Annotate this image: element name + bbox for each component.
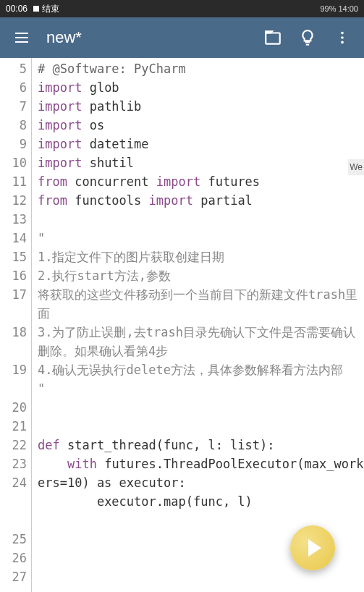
line-number: 6 (0, 78, 27, 97)
code-content[interactable]: # @Software: PyCharmimport globimport pa… (32, 58, 364, 592)
line-number: 14 (0, 229, 27, 248)
line-number: 13 (0, 210, 27, 229)
line-number: 18 (0, 323, 27, 360)
code-line[interactable]: import datetime (38, 135, 364, 153)
code-line[interactable]: import glob (38, 78, 364, 97)
line-number: 15 (0, 248, 27, 266)
line-number: 23 (0, 454, 27, 473)
code-line[interactable]: 3.为了防止误删,去trash目录先确认下文件是否需要确认删除。如果确认看第4步 (38, 323, 364, 360)
more-icon[interactable] (332, 28, 352, 48)
line-number: 26 (0, 549, 27, 567)
line-number: 22 (0, 436, 27, 454)
line-number: 10 (0, 153, 27, 172)
code-line[interactable]: executor.map(func, l) (38, 492, 364, 511)
line-number: 20 (0, 398, 27, 417)
code-line[interactable]: " (38, 229, 364, 248)
lightbulb-icon[interactable] (297, 28, 318, 48)
code-line[interactable]: import os (38, 116, 364, 135)
line-number: 12 (0, 191, 27, 210)
code-line[interactable]: 2.执行start方法,参数 (38, 266, 364, 285)
code-line[interactable] (38, 417, 364, 436)
line-number: 19 (0, 360, 27, 398)
end-recording[interactable]: 结束 (33, 3, 59, 15)
code-line[interactable]: 将获取的这些文件移动到一个当前目下的新建文件trash里面 (38, 285, 364, 323)
app-bar: new* (0, 17, 364, 58)
end-label: 结束 (42, 3, 59, 15)
menu-icon[interactable] (12, 28, 32, 48)
code-line[interactable]: from concurrent import futures (38, 172, 364, 191)
code-editor[interactable]: 5678910111213141516171819202122232425262… (0, 58, 364, 592)
line-gutter: 5678910111213141516171819202122232425262… (0, 58, 32, 592)
line-number: 8 (0, 116, 27, 135)
line-number: 9 (0, 135, 27, 153)
line-number: 21 (0, 417, 27, 436)
file-title: new* (46, 28, 248, 47)
line-number: 11 (0, 172, 27, 191)
line-number: 25 (0, 530, 27, 549)
code-line[interactable]: 1.指定文件下的图片获取创建日期 (38, 248, 364, 266)
code-line[interactable]: # @Software: PyCharm (38, 59, 364, 78)
code-line[interactable]: from functools import partial (38, 191, 364, 210)
folder-icon[interactable] (263, 28, 283, 48)
line-number: 27 (0, 567, 27, 586)
line-number: 24 (0, 473, 27, 530)
code-line[interactable]: import shutil (38, 153, 364, 172)
side-panel-hint: We (348, 159, 364, 175)
svg-point-6 (341, 41, 344, 44)
line-number: 16 (0, 266, 27, 285)
svg-rect-3 (266, 33, 280, 44)
play-icon (308, 539, 321, 557)
line-number: 5 (0, 59, 27, 78)
code-line[interactable]: " (38, 379, 364, 398)
stop-icon (33, 6, 39, 12)
code-line[interactable] (38, 210, 364, 229)
line-number: 17 (0, 285, 27, 323)
code-line[interactable]: def start_thread(func, l: list): (38, 436, 364, 454)
code-line[interactable]: import pathlib (38, 97, 364, 116)
status-bar: 00:06 结束 99% 14:00 (0, 0, 364, 17)
status-time: 00:06 (6, 4, 27, 14)
svg-point-5 (341, 36, 344, 39)
code-line[interactable] (38, 398, 364, 417)
line-number: 7 (0, 97, 27, 116)
code-line[interactable]: with futures.ThreadPoolExecutor(max_work… (38, 454, 364, 492)
svg-point-4 (341, 32, 344, 35)
code-line[interactable]: 4.确认无误执行delete方法，具体参数解释看方法内部 (38, 360, 364, 379)
status-indicators: 99% 14:00 (320, 4, 358, 13)
play-button[interactable] (290, 525, 335, 570)
